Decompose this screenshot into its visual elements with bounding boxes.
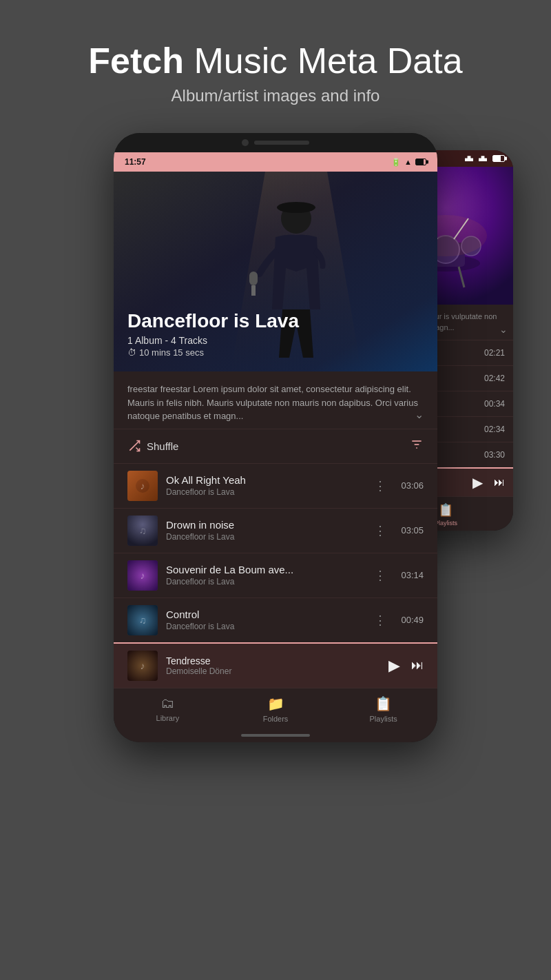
shuffle-icon [127,439,141,453]
expand-description-icon[interactable]: ⌄ [415,407,424,423]
now-playing-info: Tendresse Demoiselle Döner [166,655,380,676]
track-item-2: ♫ Drown in noise Dancefloor is Lava ⋮ 03… [114,508,437,553]
battery-status-icon: 🔋 [391,158,401,167]
back-wifi-icon [465,156,473,161]
clock-icon: ⏱ [127,347,136,358]
phones-container: ▲ [0,133,551,784]
track-duration-1: 03:06 [397,480,424,491]
now-playing-thumb: ♪ [127,651,158,681]
back-track-duration-1: 02:21 [484,348,505,358]
svg-rect-15 [249,272,258,285]
track-thumb-1: ♪ [127,471,158,501]
header-title-rest: Music Meta Data [184,41,463,81]
home-bar [114,728,437,742]
next-button[interactable]: ⏭ [411,658,424,673]
now-playing-controls: ▶ ⏭ [388,657,424,675]
description-text: freestar freestar Lorem ipsum dolor sit … [127,382,424,423]
track-album-2: Dancefloor is Lava [166,532,363,542]
artist-image-section: Dancefloor is Lava 1 Album - 4 Tracks ⏱ … [114,172,437,371]
nav-library-label: Library [156,714,180,722]
track-info-4: Control Dancefloor is Lava [166,609,363,631]
svg-text:♪: ♪ [141,570,145,581]
track-item-1: ♪ Ok All Right Yeah Dancefloor is Lava ⋮… [114,463,437,508]
back-track-duration-4: 02:34 [484,425,505,434]
shuffle-label: Shuffle [147,440,178,452]
page-header: Fetch Music Meta Data Album/artist image… [61,0,490,133]
notch-bar [254,141,309,145]
artist-name: Dancefloor is Lava [127,310,299,332]
track-item-3: ♪ Souvenir de La Boum ave... Dancefloor … [114,553,437,598]
back-track-duration-5: 03:30 [484,450,505,460]
track-art-1: ♪ [127,471,158,501]
back-expand-icon[interactable]: ⌄ [499,323,508,337]
track-item-4: ♫ Control Dancefloor is Lava ⋮ 00:49 [114,598,437,642]
track-menu-4[interactable]: ⋮ [371,613,389,628]
nav-library[interactable]: 🗂 Library [114,688,222,728]
nav-folders[interactable]: 📁 Folders [222,688,330,728]
library-icon: 🗂 [160,695,174,711]
back-track-duration-2: 02:42 [484,374,505,383]
track-duration-4: 00:49 [397,615,424,625]
svg-point-14 [277,202,315,213]
svg-rect-16 [251,285,256,296]
track-info-2: Drown in noise Dancefloor is Lava [166,519,363,542]
now-playing-title: Tendresse [166,655,380,666]
track-title-1: Ok All Right Yeah [166,474,363,486]
track-art-2: ♫ [127,515,158,546]
nav-playlists-label: Playlists [370,715,397,723]
header-title-bold: Fetch [88,41,184,81]
svg-text:♫: ♫ [139,525,147,536]
track-thumb-3: ♪ [127,560,158,591]
back-nav-label: Playlists [435,520,457,527]
track-thumb-4: ♫ [127,605,158,635]
track-title-2: Drown in noise [166,519,363,531]
filter-button[interactable] [410,438,424,455]
track-menu-2[interactable]: ⋮ [371,523,389,538]
play-button[interactable]: ▶ [388,657,400,675]
track-title-4: Control [166,609,363,620]
track-art-3: ♪ [127,560,158,591]
now-playing-bar: ♪ Tendresse Demoiselle Döner ▶ ⏭ [114,642,437,688]
phone-notch [114,133,437,152]
shuffle-button[interactable]: Shuffle [127,439,178,453]
track-menu-3[interactable]: ⋮ [371,568,389,583]
nav-playlists[interactable]: 📋 Playlists [329,688,437,728]
description-section: freestar freestar Lorem ipsum dolor sit … [114,371,437,429]
track-info-1: Ok All Right Yeah Dancefloor is Lava [166,474,363,497]
svg-text:♫: ♫ [139,615,147,626]
back-play-button[interactable]: ▶ [472,474,483,491]
artist-info: Dancefloor is Lava 1 Album - 4 Tracks ⏱ … [127,310,299,358]
artist-stats: 1 Album - 4 Tracks [127,335,299,346]
track-title-3: Souvenir de La Boum ave... [166,564,363,575]
back-nav-playlists[interactable]: 📋 Playlists [435,502,457,527]
track-thumb-2: ♫ [127,515,158,546]
bottom-nav: 🗂 Library 📁 Folders 📋 Playlists [114,688,437,728]
svg-text:♪: ♪ [141,480,145,491]
status-icons: 🔋 ▲ [391,158,426,167]
back-track-duration-3: 00:34 [484,399,505,409]
now-playing-art: ♪ [127,651,158,681]
signal-status-icon: ▲ [404,158,412,166]
track-duration-2: 03:05 [397,525,424,535]
now-playing-artist: Demoiselle Döner [166,666,380,676]
folders-icon: 📁 [267,695,284,712]
track-art-4: ♫ [127,605,158,635]
status-bar: 11:57 🔋 ▲ [114,152,437,172]
track-album-1: Dancefloor is Lava [166,487,363,497]
track-duration-3: 03:14 [397,570,424,580]
battery-icon [415,159,426,165]
status-time: 11:57 [125,157,146,167]
track-album-4: Dancefloor is Lava [166,622,363,631]
back-next-button[interactable]: ⏭ [494,476,505,489]
track-info-3: Souvenir de La Boum ave... Dancefloor is… [166,564,363,586]
phone-front: 11:57 🔋 ▲ [114,133,437,742]
header-subtitle: Album/artist images and info [88,86,462,105]
track-menu-1[interactable]: ⋮ [371,478,389,493]
artist-duration: ⏱ 10 mins 15 secs [127,347,299,358]
nav-folders-label: Folders [263,715,289,723]
back-playlists-icon: 📋 [438,502,453,518]
track-list: ♪ Ok All Right Yeah Dancefloor is Lava ⋮… [114,463,437,642]
playlists-icon: 📋 [375,695,392,712]
back-battery-icon [492,155,505,162]
controls-bar: Shuffle [114,429,437,463]
